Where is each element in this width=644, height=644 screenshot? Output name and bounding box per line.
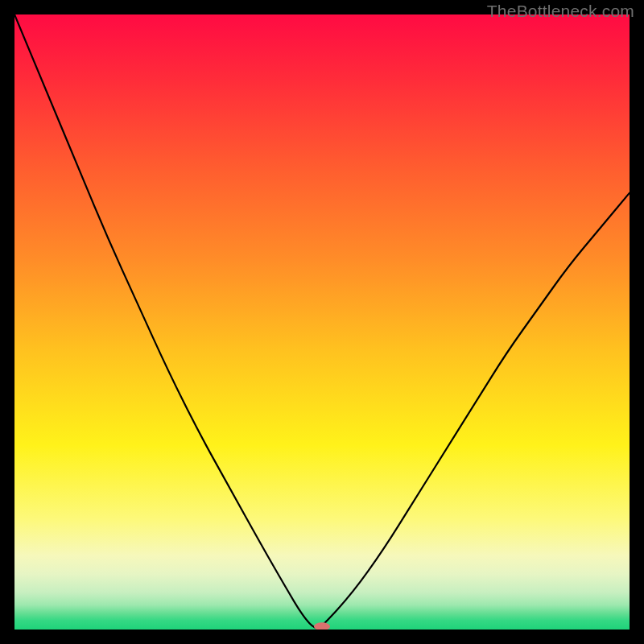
plot-area (14, 14, 630, 630)
bottleneck-curve (14, 14, 630, 628)
chart-frame: TheBottleneck.com (0, 0, 644, 644)
curve-svg (14, 14, 630, 630)
watermark-text: TheBottleneck.com (487, 2, 634, 21)
minimum-dot (314, 622, 330, 630)
